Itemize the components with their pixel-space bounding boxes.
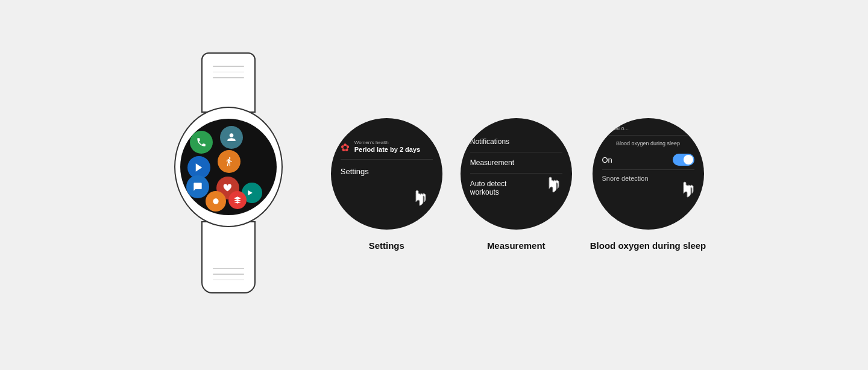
toggle-knob [684, 155, 693, 165]
blood-oxygen-label: Blood oxygen during sleep [602, 136, 694, 150]
period-text: Period late by 2 days [354, 145, 420, 154]
menu-row-measurement: Measurement [470, 152, 562, 174]
menu-text-measurement: Measurement [470, 158, 514, 167]
app-grid [184, 122, 273, 212]
watch-illustration [162, 52, 295, 318]
watch-body [174, 107, 283, 227]
screen-circle-measurement: Notifications Measurement Auto detectwor… [461, 118, 572, 230]
svg-marker-0 [195, 163, 202, 172]
screens-container: ✿ Women's health Period late by 2 days S… [331, 118, 706, 252]
screen-circle-settings: ✿ Women's health Period late by 2 days S… [331, 118, 442, 230]
menu-row-notifications: Notifications [470, 131, 562, 152]
snore-row: Snore detection [602, 170, 694, 184]
app-icon-messages [186, 175, 209, 198]
menu-text-autodetect: Auto detectworkouts [470, 180, 507, 196]
on-row: On [602, 150, 694, 170]
womens-health-row: ✿ Women's health Period late by 2 days [341, 135, 433, 160]
cursor-settings [411, 190, 428, 213]
partial-top-row: Manual o... [602, 125, 694, 136]
screen-section-blood-oxygen: Manual o... Blood oxygen during sleep On… [590, 118, 706, 252]
screen-section-settings: ✿ Women's health Period late by 2 days S… [331, 118, 442, 252]
screen-circle-blood-oxygen: Manual o... Blood oxygen during sleep On… [593, 118, 704, 230]
svg-point-2 [213, 198, 218, 204]
app-icon-orange [206, 191, 226, 212]
screen-label-settings: Settings [369, 239, 404, 252]
menu-text-notifications: Notifications [470, 137, 509, 146]
screen3-content: Manual o... Blood oxygen during sleep On… [593, 118, 704, 190]
app-icon-fitness [218, 150, 241, 173]
womens-health-label: Women's health [354, 140, 420, 145]
womens-health-text: Women's health Period late by 2 days [354, 140, 420, 154]
svg-marker-1 [248, 190, 253, 196]
settings-row: Settings [341, 160, 433, 181]
app-icon-red [228, 191, 247, 209]
watch-band-top [201, 52, 256, 113]
watch-crown [281, 155, 283, 167]
screen-label-measurement: Measurement [487, 239, 546, 252]
watch-screen [180, 119, 277, 215]
settings-menu-text: Settings [341, 167, 369, 176]
app-icon-phone [190, 131, 213, 154]
menu-row-autodetect: Auto detectworkouts [470, 174, 562, 202]
on-text: On [602, 155, 612, 165]
screen2-content: Notifications Measurement Auto detectwor… [461, 118, 572, 209]
main-container: ✿ Women's health Period late by 2 days S… [114, 52, 755, 318]
watch-band-bottom [201, 221, 256, 293]
snore-text: Snore detection [602, 175, 649, 182]
app-icon-contacts [220, 126, 243, 149]
flower-icon: ✿ [341, 141, 350, 154]
screen1-content: ✿ Women's health Period late by 2 days S… [331, 118, 442, 187]
screen-label-blood-oxygen: Blood oxygen during sleep [590, 239, 706, 252]
screen-section-measurement: Notifications Measurement Auto detectwor… [461, 118, 572, 252]
toggle-switch[interactable] [673, 154, 694, 166]
